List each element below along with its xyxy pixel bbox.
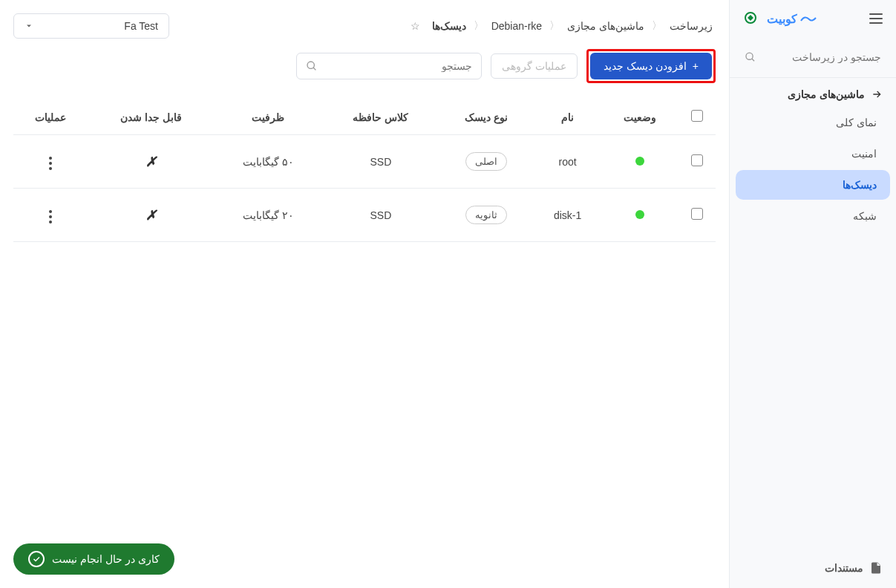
- svg-point-3: [307, 62, 314, 68]
- sidebar-docs-link[interactable]: مستندات: [730, 548, 896, 588]
- sidebar-item-label: امنیت: [851, 148, 877, 160]
- search-icon: [306, 59, 318, 73]
- status-indicator: [635, 210, 644, 219]
- logo-text: کوبیت: [767, 12, 797, 26]
- capacity: ۵۰ گیگابایت: [214, 135, 322, 189]
- main-content: زیرساخت 〈 ماشین‌های مجازی 〈 Debian-rke 〈…: [0, 0, 729, 588]
- add-disk-label: افزودن دیسک جدید: [604, 60, 687, 72]
- sidebar-item-label: نمای کلی: [836, 117, 877, 128]
- table-row: disk-1ثانویهSSD۲۰ گیگابایت✗: [13, 189, 716, 242]
- sidebar: کوبیت ماشین‌های مجازی نمای کلی امنیت دیس…: [729, 0, 896, 588]
- storage-class: SSD: [323, 135, 439, 189]
- chevron-left-icon: 〈: [652, 19, 662, 33]
- sidebar-search-input[interactable]: [762, 51, 881, 63]
- arrow-right-icon: [871, 88, 883, 100]
- disk-name: disk-1: [534, 189, 602, 242]
- col-detachable: قابل جدا شدن: [88, 99, 214, 135]
- sidebar-item-network[interactable]: شبکه: [736, 201, 890, 231]
- disks-table: وضعیت نام نوع دیسک کلاس حافظه ظرفیت قابل…: [13, 99, 716, 242]
- row-checkbox[interactable]: [691, 154, 703, 166]
- logo-group: کوبیت: [743, 10, 817, 27]
- plus-icon: +: [693, 60, 699, 72]
- table-row: rootاصلیSSD۵۰ گیگابایت✗: [13, 135, 716, 189]
- logo-kubit[interactable]: کوبیت: [767, 12, 817, 26]
- group-operations-button: عملیات گروهی: [491, 53, 578, 79]
- detach-indicator: ✗: [145, 208, 157, 223]
- col-actions: عملیات: [13, 99, 88, 135]
- menu-toggle-icon[interactable]: [869, 13, 883, 24]
- status-indicator: [635, 157, 644, 166]
- disk-type-badge: ثانویه: [465, 206, 507, 224]
- favorite-star-icon[interactable]: ☆: [411, 20, 420, 32]
- breadcrumb-item[interactable]: Debian-rke: [488, 20, 545, 32]
- breadcrumb-item-current: دیسک‌ها: [429, 20, 469, 32]
- chevron-down-icon: [24, 22, 33, 30]
- chevron-left-icon: 〈: [474, 19, 484, 33]
- add-disk-button[interactable]: افزودن دیسک جدید +: [590, 53, 712, 79]
- sidebar-item-label: شبکه: [853, 210, 877, 222]
- row-actions-menu[interactable]: [46, 154, 55, 173]
- sidebar-section-title: ماشین‌های مجازی: [788, 88, 865, 100]
- sidebar-section-header[interactable]: ماشین‌های مجازی: [730, 78, 896, 108]
- search-icon: [745, 50, 756, 64]
- table-search[interactable]: [296, 53, 482, 79]
- sidebar-item-security[interactable]: امنیت: [736, 139, 890, 169]
- breadcrumb-item[interactable]: ماشین‌های مجازی: [564, 20, 647, 32]
- group-ops-label: عملیات گروهی: [502, 60, 566, 72]
- status-bar[interactable]: کاری در حال انجام نیست: [13, 543, 174, 575]
- col-name: نام: [534, 99, 602, 135]
- svg-point-1: [746, 53, 753, 59]
- add-disk-highlight: افزودن دیسک جدید +: [586, 49, 716, 83]
- col-capacity: ظرفیت: [214, 99, 322, 135]
- project-name: Fa Test: [124, 20, 158, 32]
- col-disk-type: نوع دیسک: [439, 99, 533, 135]
- project-selector[interactable]: Fa Test: [13, 13, 169, 39]
- sidebar-item-disks[interactable]: دیسک‌ها: [736, 170, 890, 200]
- row-checkbox[interactable]: [691, 208, 703, 220]
- document-icon: [869, 561, 883, 575]
- sidebar-item-overview[interactable]: نمای کلی: [736, 108, 890, 137]
- col-storage-class: کلاس حافظه: [323, 99, 439, 135]
- storage-class: SSD: [323, 189, 439, 242]
- svg-line-4: [313, 68, 315, 70]
- breadcrumb: زیرساخت 〈 ماشین‌های مجازی 〈 Debian-rke 〈…: [411, 19, 716, 33]
- status-text: کاری در حال انجام نیست: [52, 553, 160, 565]
- svg-line-2: [752, 59, 754, 61]
- detach-indicator: ✗: [145, 154, 157, 169]
- logo-secondary[interactable]: [743, 10, 758, 27]
- status-check-icon: [28, 551, 45, 567]
- row-actions-menu[interactable]: [46, 207, 55, 226]
- disk-name: root: [534, 135, 602, 189]
- disk-type-badge: اصلی: [465, 152, 507, 171]
- table-search-input[interactable]: [324, 60, 472, 72]
- col-status: وضعیت: [602, 99, 678, 135]
- docs-label: مستندات: [825, 562, 863, 574]
- capacity: ۲۰ گیگابایت: [214, 189, 322, 242]
- sidebar-search[interactable]: [740, 45, 886, 70]
- sidebar-item-label: دیسک‌ها: [843, 179, 877, 191]
- select-all-checkbox[interactable]: [691, 110, 703, 122]
- chevron-left-icon: 〈: [549, 19, 560, 33]
- breadcrumb-item[interactable]: زیرساخت: [667, 20, 716, 32]
